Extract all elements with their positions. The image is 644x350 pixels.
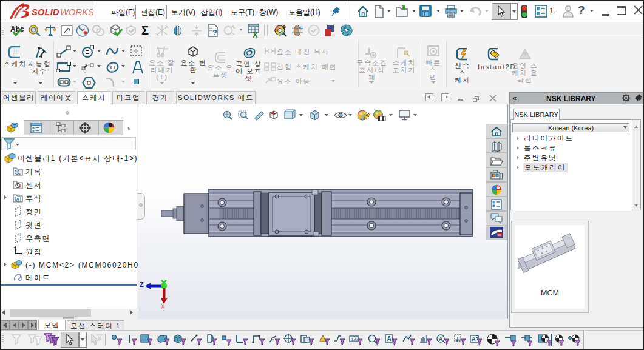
svg-text:?: ?: [212, 28, 217, 37]
svg-text:A: A: [472, 336, 476, 342]
svg-text:#: #: [300, 25, 303, 31]
svg-text:123: 123: [351, 337, 359, 342]
svg-text:A: A: [387, 335, 391, 342]
svg-text:Abc: Abc: [10, 25, 24, 33]
svg-text:A: A: [16, 197, 20, 202]
svg-text:X: X: [253, 30, 258, 38]
svg-text:Z: Z: [140, 281, 144, 288]
svg-text:A: A: [439, 336, 442, 342]
svg-text:WORKS: WORKS: [60, 7, 93, 17]
svg-text:SOLID: SOLID: [32, 7, 59, 17]
svg-text:ws: ws: [498, 233, 502, 237]
svg-text:X: X: [161, 303, 165, 309]
